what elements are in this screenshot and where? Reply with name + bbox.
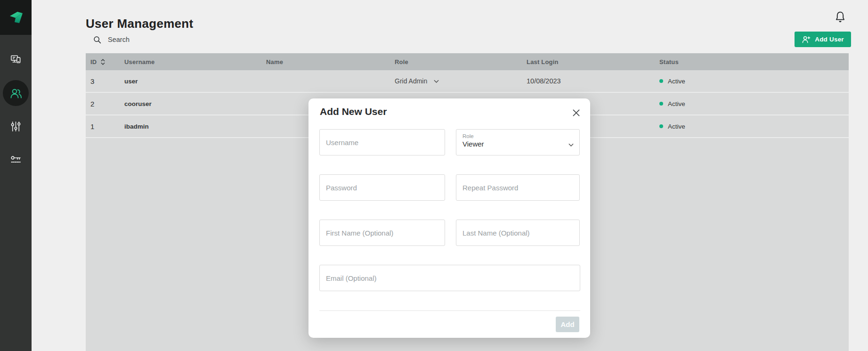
table-header-row: ID Username Name Role Last Login Status [86,53,849,70]
users-icon [9,86,23,100]
password-field[interactable] [319,174,445,201]
app-logo[interactable] [0,0,32,35]
role-dropdown[interactable]: Grid Admin [395,77,439,85]
col-header-status: Status [659,58,849,65]
cell-last-login: 10/08/2023 [527,77,659,85]
col-header-role: Role [395,58,527,65]
status-badge: Active [659,123,849,130]
modal-add-button[interactable]: Add [556,317,579,332]
role-select[interactable]: Role Viewer [456,129,580,155]
key-icon [9,153,23,166]
first-name-field[interactable] [319,220,445,246]
role-select-value: Viewer [462,140,573,148]
last-name-field[interactable] [456,220,580,246]
search-icon [93,36,101,44]
add-user-label: Add User [815,36,844,43]
status-dot [659,79,663,83]
status-badge: Active [659,78,849,85]
status-dot [659,102,663,106]
status-dot [659,124,663,128]
sliders-icon [9,120,22,133]
col-header-name: Name [266,58,395,65]
logo-icon [7,8,25,27]
col-header-id: ID [86,58,124,65]
role-select-label: Role [462,133,573,139]
cell-id: 2 [86,100,124,108]
sidebar [0,0,32,351]
bell-icon [834,10,847,24]
cell-username: user [124,78,266,85]
cell-id: 1 [86,122,124,131]
username-field[interactable] [319,129,445,155]
person-plus-icon [802,35,811,43]
role-value: Grid Admin [395,77,427,85]
col-header-last-login: Last Login [527,58,659,65]
col-header-username: Username [124,58,266,65]
devices-icon [9,53,22,65]
close-icon [572,109,580,117]
chevron-down-icon [434,80,439,83]
sidebar-item-settings[interactable] [3,114,29,139]
sidebar-item-devices[interactable] [3,46,29,72]
search-bar [93,33,338,47]
search-input[interactable] [107,35,338,44]
table-row: 3 user Grid Admin 10/08/2023 Active [86,70,849,93]
sort-id-control[interactable] [101,59,105,65]
add-new-user-modal: Add New User Role Viewer Add [308,98,590,338]
cell-id: 3 [86,77,124,85]
repeat-password-field[interactable] [456,174,580,201]
add-user-button[interactable]: Add User [795,32,851,47]
page-title: User Management [86,16,193,31]
cell-username: cooruser [124,100,266,107]
modal-close-button[interactable] [571,108,581,117]
status-badge: Active [659,100,849,107]
notifications-button[interactable] [833,9,848,25]
sidebar-item-access-keys[interactable] [3,147,29,172]
email-field[interactable] [319,265,580,291]
chevron-down-icon [568,140,574,148]
modal-footer-divider [319,310,580,311]
cell-username: ibadmin [124,123,266,130]
sidebar-item-users[interactable] [3,80,29,106]
modal-title: Add New User [320,106,387,117]
